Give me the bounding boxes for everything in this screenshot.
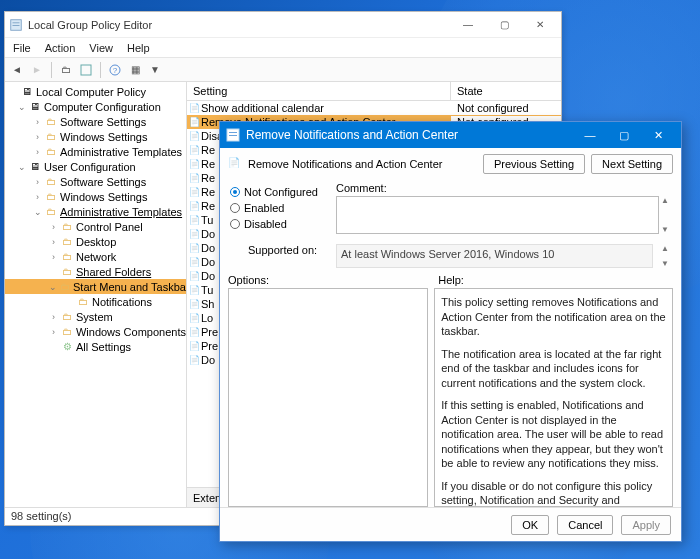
tree-start-menu-taskbar[interactable]: ⌄🗀Start Menu and Taskbar	[5, 279, 186, 294]
setting-icon: 📄	[187, 327, 201, 337]
dlg-close-button[interactable]: ✕	[641, 122, 675, 148]
setting-icon: 📄	[187, 271, 201, 281]
settings-header: Setting State	[187, 82, 561, 101]
tree-win-components[interactable]: ›🗀Windows Components	[5, 324, 186, 339]
svg-rect-8	[229, 135, 237, 136]
tree-all-settings[interactable]: ⚙All Settings	[5, 339, 186, 354]
setting-icon: 📄	[187, 145, 201, 155]
svg-rect-1	[13, 22, 20, 23]
tree-cc-adm[interactable]: ›🗀Administrative Templates	[5, 144, 186, 159]
policy-dialog: Remove Notifications and Action Center —…	[219, 121, 682, 542]
setting-icon: 📄	[187, 173, 201, 183]
setting-icon: 📄	[187, 215, 201, 225]
dialog-title: Remove Notifications and Action Center	[246, 128, 573, 142]
close-button[interactable]: ✕	[523, 14, 557, 36]
comment-textbox[interactable]	[336, 196, 659, 234]
back-icon[interactable]: ◄	[9, 62, 25, 78]
radio-not-configured[interactable]: Not Configured	[230, 184, 328, 200]
gpedit-title: Local Group Policy Editor	[28, 19, 451, 31]
dialog-footer: OK Cancel Apply	[220, 507, 681, 541]
svg-rect-7	[229, 132, 237, 133]
setting-icon: 📄	[187, 313, 201, 323]
help-box[interactable]: This policy setting removes Notification…	[434, 288, 673, 507]
comment-spin[interactable]: ▲▼	[661, 196, 673, 234]
tree-cp[interactable]: ›🗀Control Panel	[5, 219, 186, 234]
setting-state: Not configured	[451, 102, 561, 114]
tree-cc-win[interactable]: ›🗀Windows Settings	[5, 129, 186, 144]
setting-icon: 📄	[187, 355, 201, 365]
tree-network[interactable]: ›🗀Network	[5, 249, 186, 264]
ok-button[interactable]: OK	[511, 515, 549, 535]
tree-uc-soft[interactable]: ›🗀Software Settings	[5, 174, 186, 189]
gpedit-titlebar[interactable]: Local Group Policy Editor — ▢ ✕	[5, 12, 561, 38]
policy-name: Remove Notifications and Action Center	[248, 158, 477, 170]
col-setting[interactable]: Setting	[187, 82, 451, 100]
gpedit-icon	[9, 18, 23, 32]
setting-icon: 📄	[187, 201, 201, 211]
tree-uc-adm[interactable]: ⌄🗀Administrative Templates	[5, 204, 186, 219]
forward-icon[interactable]: ►	[29, 62, 45, 78]
help-p2: The notification area is located at the …	[441, 347, 666, 391]
tree-shared-folders[interactable]: 🗀Shared Folders	[5, 264, 186, 279]
setting-icon: 📄	[187, 341, 201, 351]
tree-pane[interactable]: 🖥Local Computer Policy ⌄🖥Computer Config…	[5, 82, 187, 507]
next-setting-button[interactable]: Next Setting	[591, 154, 673, 174]
help-p4: If you disable or do not configure this …	[441, 479, 666, 507]
setting-icon: 📄	[187, 187, 201, 197]
help-p1: This policy setting removes Notification…	[441, 295, 666, 339]
filter2-icon[interactable]: ▼	[147, 62, 163, 78]
tree-desktop[interactable]: ›🗀Desktop	[5, 234, 186, 249]
setting-icon: 📄	[187, 299, 201, 309]
tree-uc[interactable]: ⌄🖥User Configuration	[5, 159, 186, 174]
previous-setting-button[interactable]: Previous Setting	[483, 154, 585, 174]
svg-rect-2	[13, 25, 20, 26]
setting-icon: 📄	[187, 103, 201, 113]
help-icon[interactable]: ?	[107, 62, 123, 78]
help-p3: If this setting is enabled, Notification…	[441, 398, 666, 471]
maximize-button[interactable]: ▢	[487, 14, 521, 36]
setting-text: Show additional calendar	[201, 102, 451, 114]
tree-root[interactable]: 🖥Local Computer Policy	[5, 84, 186, 99]
tree-uc-win[interactable]: ›🗀Windows Settings	[5, 189, 186, 204]
supported-textbox: At least Windows Server 2016, Windows 10	[336, 244, 653, 268]
menubar: File Action View Help	[5, 38, 561, 58]
radio-disabled[interactable]: Disabled	[230, 216, 328, 232]
menu-view[interactable]: View	[89, 42, 113, 54]
policy-icon	[226, 128, 240, 142]
minimize-button[interactable]: —	[451, 14, 485, 36]
refresh-icon[interactable]	[78, 62, 94, 78]
setting-icon: 📄	[187, 243, 201, 253]
setting-icon: 📄	[187, 131, 201, 141]
radio-enabled[interactable]: Enabled	[230, 200, 328, 216]
setting-icon: 📄	[187, 159, 201, 169]
dialog-titlebar[interactable]: Remove Notifications and Action Center —…	[220, 122, 681, 148]
tree-cc[interactable]: ⌄🖥Computer Configuration	[5, 99, 186, 114]
menu-help[interactable]: Help	[127, 42, 150, 54]
tree-notifications[interactable]: 🗀Notifications	[5, 294, 186, 309]
options-label: Options:	[228, 274, 428, 286]
menu-file[interactable]: File	[13, 42, 31, 54]
cancel-button[interactable]: Cancel	[557, 515, 613, 535]
help-label: Help:	[438, 274, 673, 286]
svg-text:?: ?	[113, 66, 118, 75]
tree-cc-soft[interactable]: ›🗀Software Settings	[5, 114, 186, 129]
tree-system[interactable]: ›🗀System	[5, 309, 186, 324]
comment-label: Comment:	[336, 182, 673, 194]
menu-action[interactable]: Action	[45, 42, 76, 54]
setting-row[interactable]: 📄Show additional calendarNot configured	[187, 101, 561, 115]
policy-item-icon: 📄	[228, 157, 242, 171]
dlg-minimize-button[interactable]: —	[573, 122, 607, 148]
up-icon[interactable]: 🗀	[58, 62, 74, 78]
config-radios: Not Configured Enabled Disabled	[228, 182, 328, 234]
setting-icon: 📄	[187, 257, 201, 267]
toolbar: ◄ ► 🗀 ? ▦ ▼	[5, 58, 561, 82]
apply-button[interactable]: Apply	[621, 515, 671, 535]
supported-spin[interactable]: ▲▼	[661, 244, 673, 268]
setting-icon: 📄	[187, 229, 201, 239]
dlg-maximize-button[interactable]: ▢	[607, 122, 641, 148]
options-box	[228, 288, 428, 507]
col-state[interactable]: State	[451, 82, 561, 100]
supported-label: Supported on:	[228, 244, 328, 268]
filter-icon[interactable]: ▦	[127, 62, 143, 78]
svg-rect-3	[81, 65, 91, 75]
